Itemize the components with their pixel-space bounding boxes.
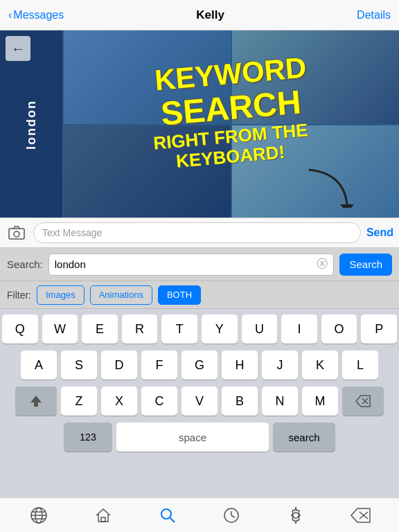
filter-animations-button[interactable]: Animations — [90, 285, 152, 305]
key-f[interactable]: F — [141, 351, 177, 380]
app-container: ‹ Messages Kelly Details ← london KEYWOR… — [0, 0, 399, 532]
key-y[interactable]: Y — [202, 314, 238, 344]
key-a[interactable]: A — [21, 351, 57, 380]
key-s[interactable]: S — [61, 351, 97, 380]
image-collage: ← london KEYWORD SEARCH RIGHT FROM THE K… — [0, 30, 399, 218]
details-button[interactable]: Details — [357, 9, 391, 21]
filter-bar: Filter: Images Animations BOTH — [0, 281, 399, 309]
gear-icon[interactable] — [283, 503, 308, 528]
back-button[interactable]: ‹ Messages — [8, 9, 64, 21]
message-placeholder: Text Message — [42, 227, 102, 238]
arrow-indicator — [302, 166, 357, 211]
nav-bar: ‹ Messages Kelly Details — [0, 0, 399, 30]
search-action-button[interactable]: Search — [339, 254, 392, 276]
svg-rect-11 — [101, 517, 105, 522]
london-label: london — [24, 100, 39, 150]
home-icon[interactable] — [91, 503, 116, 528]
key-n[interactable]: N — [262, 387, 298, 416]
filter-images-button[interactable]: Images — [37, 285, 85, 305]
collage-left-panel: ← london — [0, 30, 62, 218]
key-d[interactable]: D — [101, 351, 137, 380]
shift-key[interactable] — [15, 387, 57, 416]
clear-search-button[interactable]: ⓧ — [317, 257, 328, 272]
keyboard-row-4: 123 space search — [2, 423, 397, 452]
svg-line-13 — [170, 517, 175, 522]
keyboard: Q W E R T Y U I O P A S D F G H J K L — [0, 309, 399, 497]
key-k[interactable]: K — [302, 351, 338, 380]
delete-key[interactable] — [342, 387, 384, 416]
send-button[interactable]: Send — [366, 227, 393, 239]
filter-label: Filter: — [7, 290, 31, 301]
svg-marker-0 — [340, 204, 354, 208]
key-t[interactable]: T — [161, 314, 197, 344]
message-input[interactable]: Text Message — [33, 222, 361, 243]
svg-point-12 — [161, 509, 171, 519]
key-x[interactable]: X — [101, 387, 137, 416]
collage-back-arrow[interactable]: ← — [6, 36, 30, 61]
message-bar: Text Message Send — [0, 218, 399, 248]
search-bar: Search: ⓧ Search — [0, 248, 399, 281]
key-o[interactable]: O — [321, 314, 357, 344]
key-b[interactable]: B — [222, 387, 258, 416]
filter-both-button[interactable]: BOTH — [158, 285, 201, 305]
search-input[interactable] — [55, 258, 314, 270]
space-key[interactable]: space — [116, 423, 269, 452]
svg-point-2 — [14, 231, 19, 237]
key-z[interactable]: Z — [61, 387, 97, 416]
keyboard-search-key[interactable]: search — [273, 423, 335, 452]
search-label: Search: — [7, 258, 43, 270]
bottom-toolbar — [0, 497, 399, 532]
keyboard-row-3: Z X C V B N M — [2, 387, 397, 416]
key-p[interactable]: P — [361, 314, 397, 344]
keyboard-row-1: Q W E R T Y U I O P — [2, 314, 397, 344]
key-w[interactable]: W — [42, 314, 78, 344]
clock-icon[interactable] — [219, 503, 244, 528]
svg-marker-3 — [30, 396, 42, 407]
key-u[interactable]: U — [242, 314, 278, 344]
camera-icon[interactable] — [6, 222, 28, 244]
key-h[interactable]: H — [222, 351, 258, 380]
key-j[interactable]: J — [262, 351, 298, 380]
search-icon[interactable] — [155, 503, 180, 528]
key-e[interactable]: E — [82, 314, 118, 344]
key-m[interactable]: M — [302, 387, 338, 416]
back-label: Messages — [13, 9, 64, 21]
key-l[interactable]: L — [342, 351, 378, 380]
key-g[interactable]: G — [181, 351, 218, 380]
back-chevron-icon: ‹ — [8, 9, 12, 21]
svg-line-16 — [231, 515, 235, 517]
key-v[interactable]: V — [181, 387, 218, 416]
svg-point-17 — [293, 513, 299, 518]
keyword-overlay: KEYWORD SEARCH RIGHT FROM THE KEYBOARD! — [62, 58, 399, 166]
nav-title: Kelly — [196, 8, 224, 22]
globe-icon[interactable] — [26, 503, 51, 528]
keyboard-delete-icon[interactable] — [348, 503, 373, 528]
search-input-wrap: ⓧ — [48, 254, 335, 276]
key-q[interactable]: Q — [2, 314, 38, 344]
num-key[interactable]: 123 — [64, 423, 112, 452]
key-r[interactable]: R — [122, 314, 158, 344]
key-i[interactable]: I — [281, 314, 317, 344]
key-c[interactable]: C — [141, 387, 177, 416]
keyboard-row-2: A S D F G H J K L — [2, 351, 397, 380]
